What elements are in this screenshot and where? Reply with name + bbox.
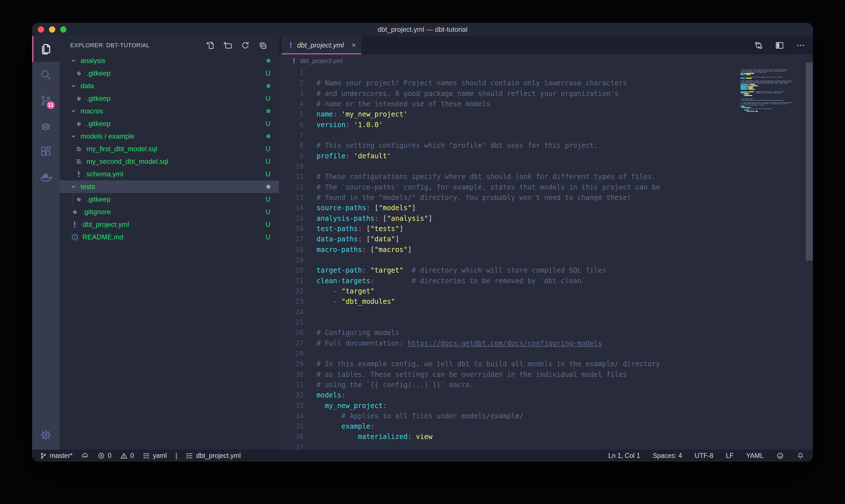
- minimize-window-button[interactable]: [49, 26, 55, 33]
- code-line-37: 37: [279, 442, 813, 450]
- tree-item--gitkeep[interactable]: .gitkeepU: [59, 67, 279, 79]
- line-number: 30: [279, 370, 304, 380]
- tree-item--gitkeep[interactable]: .gitkeepU: [59, 118, 279, 130]
- tree-item-my-first-dbt-model-sql[interactable]: my_first_dbt_model.sqlU: [59, 143, 279, 155]
- activity-item-extensions[interactable]: [32, 139, 59, 165]
- code-editor[interactable]: 12# Name your project! Project names sho…: [279, 68, 813, 450]
- code-line-25: 25: [279, 317, 813, 328]
- status-label: |: [175, 452, 177, 460]
- status-yaml[interactable]: YAML: [746, 452, 763, 460]
- indent-guide: [317, 401, 317, 411]
- status-master-[interactable]: master*: [39, 452, 72, 460]
- source-control-badge: 11: [46, 100, 56, 110]
- status-dbt-project-yml[interactable]: dbt_project.yml: [186, 452, 240, 460]
- status-bell[interactable]: [796, 452, 804, 460]
- tree-item-data[interactable]: data: [59, 79, 279, 92]
- code-text: # Configuring models: [317, 329, 399, 337]
- code-text: # found in the "models/" directory. You …: [317, 194, 631, 202]
- git-untracked-badge: U: [266, 120, 270, 128]
- activity-item-source-control[interactable]: 11: [32, 88, 59, 113]
- activity-item-explorer[interactable]: [32, 36, 59, 62]
- activity-item-settings[interactable]: [32, 422, 59, 448]
- refresh-button[interactable]: [240, 41, 250, 50]
- git-status-dot: [266, 109, 270, 113]
- activity-item-debug[interactable]: [32, 113, 59, 139]
- breadcrumb-file: dbt_project.yml: [300, 57, 343, 65]
- code-text: # and underscores. A good package name s…: [317, 90, 619, 98]
- status-spaces-4[interactable]: Spaces: 4: [653, 452, 682, 460]
- new-folder-button[interactable]: [223, 41, 233, 50]
- code-line-14: 14source-paths: ["models"]: [279, 203, 813, 213]
- status-ln-1-col-1[interactable]: Ln 1, Col 1: [608, 452, 640, 460]
- tree-item--gitignore[interactable]: .gitignoreU: [59, 205, 279, 218]
- tab-dbt-project-yml[interactable]: ! dbt_project.yml ×: [282, 36, 361, 54]
- status-label: dbt_project.yml: [196, 452, 240, 460]
- breadcrumb[interactable]: ! dbt_project.yml: [279, 54, 813, 68]
- code-line-28: 28: [279, 348, 813, 359]
- tree-item-my-second-dbt-model-sql[interactable]: my_second_dbt_model.sqlU: [59, 155, 279, 168]
- more-actions-button[interactable]: [795, 40, 806, 50]
- activity-item-search[interactable]: [32, 62, 59, 88]
- collapse-all-button[interactable]: [258, 41, 268, 50]
- yaml-warning-icon: !: [74, 170, 83, 179]
- line-number: 32: [279, 390, 304, 400]
- status-cloud-upload[interactable]: [81, 452, 89, 460]
- line-number: 27: [279, 338, 304, 348]
- new-file-button[interactable]: [206, 41, 215, 50]
- tree-item-label: my_first_dbt_model.sql: [87, 145, 279, 153]
- git-untracked-badge: U: [266, 94, 270, 103]
- minimap[interactable]: [740, 68, 799, 113]
- tree-item-macros[interactable]: macros: [59, 105, 279, 118]
- close-tab-icon[interactable]: ×: [352, 41, 356, 49]
- status-bar: master*00yaml|dbt_project.yml Ln 1, Col …: [32, 450, 813, 462]
- status-label: LF: [726, 452, 734, 460]
- tree-item-analysis[interactable]: analysis: [59, 54, 279, 67]
- code-line-19: 19: [279, 255, 813, 265]
- editor-area: ! dbt_project.yml × ! dbt_project.yml 12…: [279, 36, 813, 450]
- indent-guide: [73, 193, 73, 205]
- code-text: clean-targets: # directories to be remov…: [317, 277, 586, 285]
- tree-item-readme-md[interactable]: README.mdU: [59, 231, 279, 244]
- tree-item-schema-yml[interactable]: !schema.ymlU: [59, 168, 279, 180]
- line-number: 13: [279, 193, 304, 203]
- tree-item-tests[interactable]: tests: [59, 180, 279, 193]
- git-status-dot: [266, 185, 270, 189]
- line-number: 4: [279, 99, 304, 109]
- status-0[interactable]: 0: [120, 452, 134, 460]
- status-0[interactable]: 0: [97, 452, 111, 460]
- status-lf[interactable]: LF: [726, 452, 734, 460]
- line-number: 1: [279, 68, 304, 78]
- code-text: data-paths: ["data"]: [317, 235, 399, 243]
- tree-item-dbt-project-yml[interactable]: !dbt_project.ymlU: [59, 218, 279, 231]
- status-yaml[interactable]: yaml: [143, 452, 167, 460]
- code-line-34: 34 # Applies to all files under models/e…: [279, 411, 813, 421]
- close-window-button[interactable]: [38, 26, 44, 33]
- tree-item-label: .gitkeep: [87, 94, 279, 103]
- split-editor-button[interactable]: [775, 40, 785, 50]
- line-number: 6: [279, 120, 304, 130]
- search-icon: [39, 68, 52, 81]
- code-text: # Name your project! Project names shoul…: [317, 79, 627, 87]
- git-icon: [74, 95, 83, 103]
- status-smiley[interactable]: [776, 452, 784, 460]
- activity-item-docker[interactable]: [32, 165, 59, 191]
- tree-item-models-example[interactable]: models / example: [59, 130, 279, 143]
- zoom-window-button[interactable]: [60, 26, 67, 33]
- extensions-icon: [39, 145, 52, 159]
- debug-icon: [39, 120, 52, 133]
- tree-item--gitkeep[interactable]: .gitkeepU: [59, 92, 279, 105]
- status-label: YAML: [746, 452, 763, 460]
- modified-file-icon: !: [288, 41, 293, 50]
- line-number: 17: [279, 234, 304, 244]
- git-untracked-badge: U: [266, 233, 270, 241]
- editor-scrollbar[interactable]: [806, 62, 813, 260]
- tree-item--gitkeep[interactable]: .gitkeepU: [59, 193, 279, 205]
- tree-item-label: my_second_dbt_model.sql: [87, 158, 279, 165]
- code-text: # This setting configures which "profile…: [317, 142, 598, 149]
- indent-guide: [350, 432, 350, 442]
- status-utf-8[interactable]: UTF-8: [695, 452, 713, 460]
- code-line-3: 3# and underscores. A good package name …: [279, 89, 813, 99]
- code-text: # The `source-paths` config, for example…: [317, 183, 660, 191]
- code-text: profile: 'default': [317, 152, 391, 160]
- compare-changes-button[interactable]: [754, 40, 763, 50]
